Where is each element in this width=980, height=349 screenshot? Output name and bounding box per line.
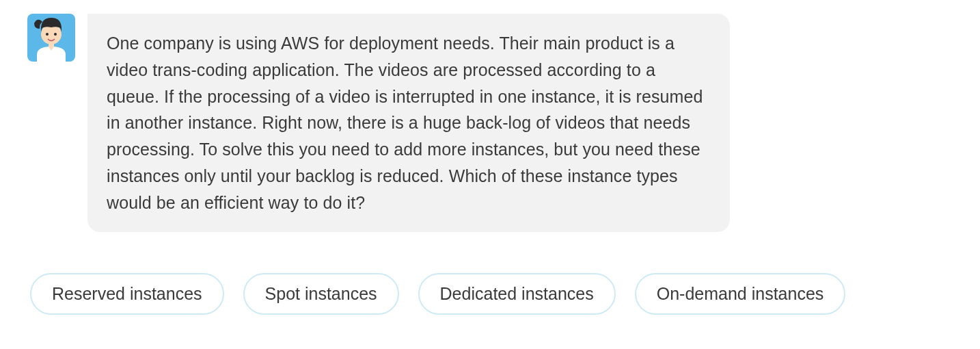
question-bubble: One company is using AWS for deployment … bbox=[87, 14, 730, 232]
avatar bbox=[27, 14, 75, 62]
option-label: On-demand instances bbox=[657, 284, 824, 303]
avatar-image bbox=[27, 14, 75, 62]
chat-message-row: One company is using AWS for deployment … bbox=[27, 14, 953, 232]
option-spot-instances[interactable]: Spot instances bbox=[243, 273, 399, 315]
option-label: Dedicated instances bbox=[440, 284, 594, 303]
answer-options: Reserved instances Spot instances Dedica… bbox=[27, 273, 953, 315]
option-label: Spot instances bbox=[265, 284, 377, 303]
option-reserved-instances[interactable]: Reserved instances bbox=[30, 273, 224, 315]
option-on-demand-instances[interactable]: On-demand instances bbox=[635, 273, 846, 315]
svg-point-2 bbox=[46, 33, 49, 36]
question-text: One company is using AWS for deployment … bbox=[107, 34, 703, 212]
option-label: Reserved instances bbox=[52, 284, 202, 303]
option-dedicated-instances[interactable]: Dedicated instances bbox=[418, 273, 616, 315]
svg-point-3 bbox=[54, 33, 57, 36]
